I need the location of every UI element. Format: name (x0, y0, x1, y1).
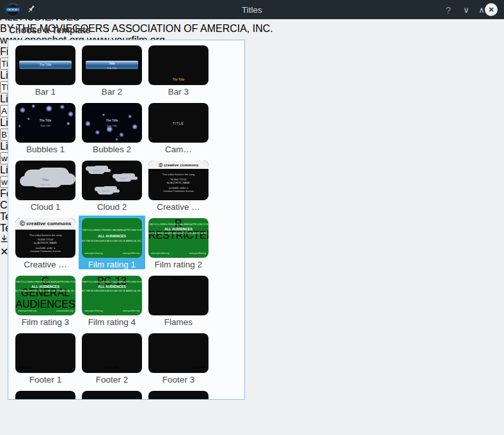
template-item-film-rating-3[interactable]: THE FOLLOWING PREVIEW HAS BEEN APPROVED … (12, 273, 79, 327)
template-item-cam[interactable]: TITLECam… (145, 100, 212, 154)
help-icon[interactable]: ? (441, 0, 455, 19)
template-thumbnail[interactable] (148, 391, 209, 400)
template-item-bar-1[interactable]: The TitleBar 1 (12, 43, 79, 97)
template-item-partial[interactable] (145, 388, 212, 400)
template-thumbnail[interactable] (15, 391, 75, 400)
template-item-label: Bubbles 1 (12, 145, 79, 154)
template-item-film-rating-1[interactable]: THE FOLLOWING PREVIEW HAS BEEN APPROVED … (79, 216, 145, 269)
template-item-label: Film rating 2 (145, 260, 212, 269)
template-thumbnail[interactable]: Footer Text (15, 333, 75, 373)
template-item-footer-2[interactable]: Footer TextFooter 2 (79, 331, 145, 384)
template-thumbnail[interactable]: The Title (148, 276, 209, 315)
template-thumbnail[interactable]: Footer Text (82, 333, 142, 373)
template-thumbnail[interactable]: THE FOLLOWING PREVIEW HAS BEEN APPROVED … (15, 276, 75, 315)
template-thumbnail[interactable]: TitleSub-Title (82, 45, 142, 85)
template-thumbnail[interactable]: THE FOLLOWING PREVIEW HAS BEEN APPROVED … (82, 218, 142, 258)
template-item-label: Bubbles 2 (79, 145, 145, 154)
template-item-bar-3[interactable]: The TitleBar 3 (145, 43, 212, 97)
template-item-footer-1[interactable]: Footer TextFooter 1 (12, 331, 79, 384)
window-title: Titles (0, 5, 504, 15)
template-grid: The TitleBar 1TitleSub-TitleBar 2The Tit… (8, 40, 226, 400)
template-thumbnail[interactable] (82, 391, 142, 400)
template-thumbnail[interactable]: TitleSub-Title (15, 161, 75, 200)
template-list[interactable]: The TitleBar 1TitleSub-TitleBar 2The Tit… (8, 40, 245, 400)
cloud-graphic: Line 3 (97, 187, 114, 194)
creative-commons-logo: Ⓒ creative commons (15, 218, 75, 230)
template-thumbnail[interactable]: Ⓒ creative commonsThis video features th… (15, 218, 75, 258)
template-thumbnail[interactable]: Ⓒ creative commonsThis video features th… (148, 161, 209, 200)
template-item-label: Film rating 3 (12, 317, 79, 327)
template-thumbnail[interactable]: Footer Text (148, 333, 209, 373)
template-item-label: Bar 1 (12, 87, 79, 97)
template-item-label: Footer 3 (145, 375, 212, 384)
template-item-bubbles-1[interactable]: The TitleSub-TitleBubbles 1 (12, 100, 79, 154)
cloud-graphic: Line 2 (115, 175, 132, 182)
template-item-label: Bar 3 (145, 87, 212, 97)
template-item-cloud-2[interactable]: Line 1Line 2Line 3Cloud 2 (79, 158, 145, 212)
template-item-creative[interactable]: Ⓒ creative commonsThis video features th… (12, 216, 79, 269)
template-item-label: Footer 1 (12, 375, 79, 384)
template-thumbnail[interactable]: The TitleSub-Title (15, 103, 75, 143)
template-item-label: Cam… (145, 145, 212, 154)
template-item-partial[interactable] (79, 388, 145, 400)
titles-dialog: Titles ? ∨ ∧ ✕ Choose a Template The Tit… (0, 0, 504, 435)
template-thumbnail[interactable]: THE FOLLOWING PREVIEW HAS BEEN APPROVED … (148, 218, 209, 258)
template-thumbnail[interactable]: The Title (148, 45, 209, 85)
template-item-flames[interactable]: The TitleFlames (145, 273, 212, 327)
template-thumbnail[interactable]: THE FOLLOWING PREVIEW HAS BEEN APPROVED … (82, 276, 142, 315)
creative-commons-logo: Ⓒ creative commons (148, 161, 209, 169)
template-thumbnail[interactable]: The Title (15, 45, 75, 85)
template-item-label: Creative … (145, 202, 212, 212)
template-item-footer-3[interactable]: Footer TextFooter 3 (145, 331, 212, 384)
template-item-film-rating-4[interactable]: THE FOLLOWING PREVIEW HAS BEEN APPROVED … (79, 273, 145, 327)
template-thumbnail[interactable]: The TitleSub-Title (82, 103, 142, 143)
template-item-label: Footer 2 (79, 375, 145, 384)
template-item-cloud-1[interactable]: TitleSub-TitleCloud 1 (12, 158, 79, 212)
template-item-label: Cloud 1 (12, 202, 79, 212)
template-item-partial[interactable] (12, 388, 79, 400)
template-item-creative[interactable]: Ⓒ creative commonsThis video features th… (145, 158, 212, 212)
chevron-down-icon[interactable]: ∨ (459, 0, 473, 19)
template-item-label: Film rating 4 (79, 317, 145, 327)
template-item-label: Flames (145, 317, 212, 327)
template-item-label: Creative … (12, 260, 79, 269)
template-item-label: Cloud 2 (79, 202, 145, 212)
template-item-film-rating-2[interactable]: THE FOLLOWING PREVIEW HAS BEEN APPROVED … (145, 216, 212, 269)
template-item-bubbles-2[interactable]: The TitleSub-TitleBubbles 2 (79, 100, 145, 154)
template-item-bar-2[interactable]: TitleSub-TitleBar 2 (79, 43, 145, 97)
cloud-graphic: Line 1 (88, 167, 105, 174)
template-thumbnail[interactable]: Line 1Line 2Line 3 (82, 161, 142, 200)
template-item-label: Film rating 1 (79, 260, 145, 269)
titlebar[interactable]: Titles ? ∨ ∧ ✕ (0, 0, 504, 19)
close-button[interactable]: ✕ (485, 3, 498, 16)
template-item-label: Bar 2 (79, 87, 145, 97)
template-thumbnail[interactable]: TITLE (148, 103, 209, 143)
choose-template-heading: Choose a Template (9, 25, 90, 35)
